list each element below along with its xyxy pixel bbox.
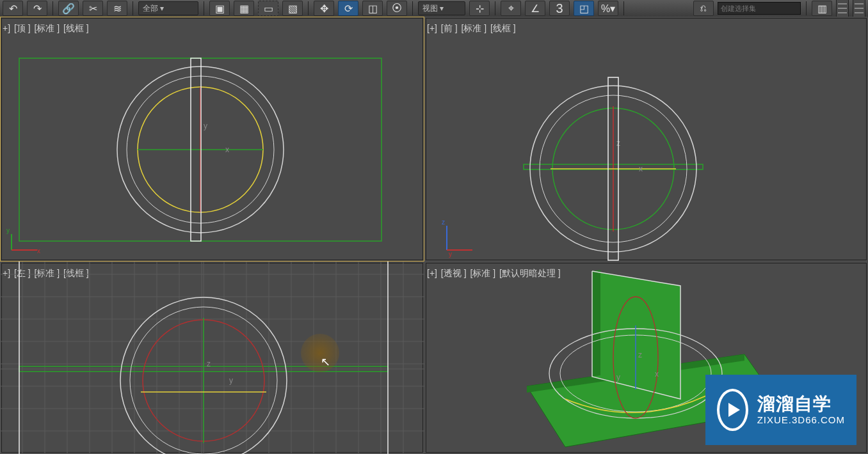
angle-snap-icon[interactable]: ∠ xyxy=(525,1,545,16)
svg-text:x: x xyxy=(655,370,659,379)
left-view-canvas: y z xyxy=(0,262,424,454)
selection-set-input[interactable] xyxy=(718,2,801,15)
unlink-icon[interactable]: ✂ xyxy=(83,1,103,16)
spinner-snap-icon[interactable]: ◰ xyxy=(574,1,594,16)
pivot-icon[interactable]: ⊹ xyxy=(469,1,490,16)
select-move-icon[interactable]: ▦ xyxy=(234,1,254,16)
toolbar-separator xyxy=(623,1,624,15)
axis-y-label: y xyxy=(204,121,207,130)
main-toolbar: ↶ ↷ 🔗 ✂ ≋ 全部 ▾ ▣ ▦ ▭ ▧ ✥ ⟳ ◫ ⦿ 视图 ▾ ⊹ ⌖ … xyxy=(0,0,868,17)
percent-icon[interactable]: %▾ xyxy=(598,1,618,16)
axis-x-label: x xyxy=(225,145,229,154)
selection-filter-dropdown[interactable]: 全部 ▾ xyxy=(138,1,198,15)
top-view-canvas: x y x y xyxy=(0,17,424,262)
watermark-title: 溜溜自学 xyxy=(757,394,845,414)
toolbar-separator xyxy=(806,1,807,15)
svg-text:z: z xyxy=(638,350,642,359)
rotate-icon[interactable]: ⟳ xyxy=(338,1,358,16)
svg-text:z: z xyxy=(207,359,211,368)
toolbar-separator xyxy=(412,1,413,15)
svg-text:y: y xyxy=(229,376,233,385)
window-crossing-icon[interactable]: ▧ xyxy=(282,1,303,16)
toolbar-separator xyxy=(495,1,495,15)
svg-text:x: x xyxy=(639,164,643,173)
toolbar-separator xyxy=(204,1,204,15)
svg-text:y: y xyxy=(6,227,10,234)
svg-text:x: x xyxy=(37,247,40,254)
svg-text:z: z xyxy=(442,219,445,226)
command-panel-handle-2[interactable] xyxy=(853,0,865,17)
viewport-top[interactable]: +] [顶 ] [标准 ] [线框 ] x y x y xyxy=(0,17,424,262)
redo-icon[interactable]: ↷ xyxy=(27,1,47,16)
scale-icon[interactable]: ◫ xyxy=(362,1,383,16)
command-panel-handle[interactable] xyxy=(836,0,849,17)
undo-icon[interactable]: ↶ xyxy=(3,1,23,16)
watermark-logo: 溜溜自学 ZIXUE.3D66.COM xyxy=(705,375,856,445)
viewport-left[interactable]: +] [左 ] [标准 ] [线框 ] xyxy=(0,262,424,454)
link-icon[interactable]: 🔗 xyxy=(58,1,79,16)
toolbar-separator xyxy=(52,1,53,15)
move-icon[interactable]: ✥ xyxy=(314,1,334,16)
marquee-icon[interactable]: ▭ xyxy=(258,1,278,16)
select-icon[interactable]: ▣ xyxy=(209,1,230,16)
svg-marker-67 xyxy=(592,270,600,377)
snap-toggle-icon[interactable]: ⌖ xyxy=(501,1,521,16)
place-icon[interactable]: ⦿ xyxy=(387,1,407,16)
svg-text:y: y xyxy=(616,373,620,382)
percent-snap-icon[interactable]: 3 xyxy=(549,1,570,16)
mirror-icon[interactable]: ▥ xyxy=(812,1,832,16)
viewport-front[interactable]: [+] [前 ] [标准 ] [线框 ] x z z y xyxy=(424,17,868,262)
toolbar-separator xyxy=(308,1,309,15)
svg-text:y: y xyxy=(449,251,452,258)
play-icon xyxy=(717,389,748,431)
layers-icon[interactable]: ≋ xyxy=(107,1,127,16)
toolbar-separator xyxy=(133,1,133,15)
coord-system-dropdown[interactable]: 视图 ▾ xyxy=(418,1,465,15)
watermark-url: ZIXUE.3D66.COM xyxy=(757,414,845,425)
named-sets-icon[interactable]: ⎌ xyxy=(693,1,714,16)
front-view-canvas: x z z y xyxy=(424,17,868,262)
